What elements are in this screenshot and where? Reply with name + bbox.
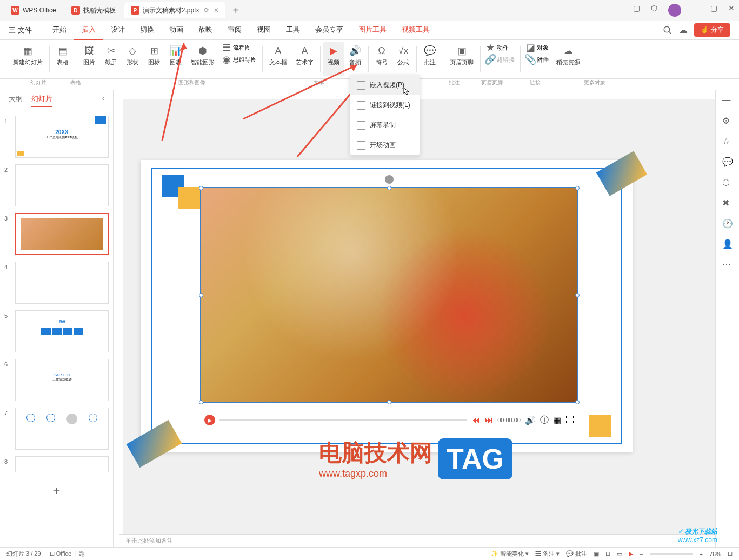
zoom-out-button[interactable]: − — [640, 551, 643, 557]
video-button[interactable]: ▶视频 — [323, 42, 344, 76]
resize-handle-tm[interactable] — [387, 186, 391, 190]
tab-templates[interactable]: D 找稻壳模板 — [65, 2, 122, 18]
wordart-button[interactable]: A艺术字 — [291, 42, 318, 76]
hyperlink-button[interactable]: 🔗超链接 — [483, 54, 518, 65]
fullscreen-icon[interactable]: ⛶ — [565, 415, 574, 425]
star-icon[interactable]: ☆ — [722, 136, 733, 147]
resource-icon[interactable]: ⬡ — [722, 177, 733, 188]
refresh-icon[interactable]: ⟳ — [204, 6, 209, 14]
resize-handle-bm[interactable] — [387, 400, 391, 404]
outline-tab[interactable]: 大纲 — [9, 94, 23, 107]
tab-video-tools[interactable]: 视频工具 — [394, 21, 437, 40]
opening-animation-item[interactable]: 开场动画 — [350, 135, 420, 155]
next-frame-button[interactable]: ⏭ — [484, 415, 493, 425]
slide-thumb-7[interactable]: 7 — [4, 408, 109, 450]
theme-label[interactable]: ⊞ Office 主题 — [50, 550, 85, 558]
tab-animation[interactable]: 动画 — [162, 21, 191, 40]
add-tab-button[interactable]: + — [228, 4, 245, 17]
info-icon[interactable]: ⓘ — [540, 415, 549, 426]
tab-wps-office[interactable]: W WPS Office — [4, 2, 63, 18]
chart-button[interactable]: 📊图表 — [165, 42, 187, 76]
comments-button[interactable]: 💬 批注 — [566, 550, 587, 558]
image-button[interactable]: 🖼图片 — [78, 42, 100, 76]
collapse-icon[interactable]: ‹ — [102, 94, 104, 107]
slides-tab[interactable]: 幻灯片 — [31, 94, 52, 107]
avatar[interactable] — [668, 4, 681, 17]
tab-member[interactable]: 会员专享 — [308, 21, 351, 40]
cloud-icon[interactable]: ☁ — [679, 25, 688, 35]
resize-handle-tr[interactable] — [575, 186, 580, 190]
share-button[interactable]: ☝分享 — [694, 23, 730, 37]
reading-view-icon[interactable]: ▭ — [617, 550, 622, 557]
smartart-button[interactable]: ⬢智能图形 — [187, 42, 219, 76]
history-icon[interactable]: 🕐 — [722, 218, 733, 229]
file-menu[interactable]: 三 文件 — [9, 25, 32, 35]
tab-start[interactable]: 开始 — [45, 21, 74, 40]
screen-record-item[interactable]: 屏幕录制 — [350, 115, 420, 135]
tab-image-tools[interactable]: 图片工具 — [351, 21, 394, 40]
app-icon[interactable]: ▢ — [633, 4, 640, 17]
zoom-slider[interactable] — [650, 553, 693, 555]
flowchart-button[interactable]: ☰流程图 — [219, 42, 260, 53]
close-icon[interactable]: ✕ — [214, 6, 219, 14]
attachment-button[interactable]: 📎附件 — [523, 54, 552, 65]
docer-resource-button[interactable]: ☁稻壳资源 — [552, 42, 584, 76]
table-button[interactable]: ▤ 表格 — [52, 42, 74, 76]
sorter-view-icon[interactable]: ⊞ — [605, 550, 610, 557]
screenshot-button[interactable]: ✂截屏 — [100, 42, 122, 76]
object-button[interactable]: ◪对象 — [523, 42, 552, 53]
tools-icon[interactable]: ✖ — [722, 198, 733, 209]
slide-thumb-6[interactable]: 6PART 01工作情况概述 — [4, 359, 109, 401]
more-icon[interactable]: ⋯ — [722, 259, 733, 270]
textbox-button[interactable]: A文本框 — [265, 42, 291, 76]
resize-handle-tl[interactable] — [199, 186, 203, 190]
slide-thumb-1[interactable]: 120XX工作总结汇报PPT模板 — [4, 116, 109, 158]
slideshow-icon[interactable]: ▶ — [629, 550, 633, 557]
resize-handle-br[interactable] — [575, 400, 580, 404]
comment-sidebar-icon[interactable]: 💬 — [722, 157, 733, 168]
tab-design[interactable]: 设计 — [103, 21, 132, 40]
tab-slideshow[interactable]: 放映 — [191, 21, 220, 40]
tab-review[interactable]: 审阅 — [220, 21, 249, 40]
slide-thumb-5[interactable]: 5目录 — [4, 310, 109, 352]
comment-button[interactable]: 💬批注 — [419, 42, 441, 76]
add-slide-button[interactable]: + — [4, 479, 109, 503]
audio-button[interactable]: 🔊音频 — [344, 42, 366, 76]
slide-thumb-3[interactable]: 3 — [4, 213, 109, 255]
icon-button[interactable]: ⊞图标 — [143, 42, 165, 76]
shape-button[interactable]: ◇形状 — [122, 42, 143, 76]
search-icon[interactable] — [663, 25, 673, 35]
notes-button[interactable]: ☰ 备注 ▾ — [535, 550, 560, 558]
zoom-level[interactable]: 76% — [709, 551, 721, 557]
tab-presentation[interactable]: P 演示文稿素材2.pptx ⟳ ✕ — [124, 2, 225, 18]
resize-handle-ml[interactable] — [199, 293, 203, 297]
link-video-item[interactable]: 链接到视频(L) — [350, 95, 420, 115]
video-frame[interactable] — [200, 187, 578, 403]
slide-thumb-8[interactable]: 8 — [4, 456, 109, 472]
resize-handle-mr[interactable] — [575, 293, 580, 297]
cube-icon[interactable]: ⬡ — [651, 4, 657, 17]
properties-icon[interactable]: ⚙ — [722, 116, 733, 126]
action-button[interactable]: ★动作 — [483, 42, 518, 53]
header-footer-button[interactable]: ▣页眉页脚 — [445, 42, 478, 76]
capture-icon[interactable]: ▦ — [553, 415, 561, 425]
maximize-button[interactable]: ▢ — [710, 4, 717, 17]
zoom-in-button[interactable]: + — [700, 551, 703, 557]
close-button[interactable]: ✕ — [728, 4, 735, 17]
video-progress[interactable] — [219, 419, 467, 421]
slide-thumb-2[interactable]: 2 — [4, 164, 109, 206]
tab-transition[interactable]: 切换 — [132, 21, 162, 40]
tab-tools[interactable]: 工具 — [278, 21, 308, 40]
minimize-button[interactable]: — — [692, 4, 700, 17]
volume-icon[interactable]: 🔊 — [525, 415, 536, 425]
normal-view-icon[interactable]: ▣ — [594, 550, 599, 557]
mindmap-button[interactable]: ◉思维导图 — [219, 54, 260, 65]
tab-view[interactable]: 视图 — [249, 21, 278, 40]
rotate-handle[interactable] — [385, 175, 394, 184]
resize-handle-bl[interactable] — [199, 400, 203, 404]
tab-insert[interactable]: 插入 — [74, 21, 103, 40]
fit-button[interactable]: ⊡ — [728, 550, 733, 557]
play-button[interactable]: ▶ — [204, 415, 215, 425]
slide-thumb-4[interactable]: 4 — [4, 262, 109, 304]
symbol-button[interactable]: Ω符号 — [371, 42, 392, 76]
